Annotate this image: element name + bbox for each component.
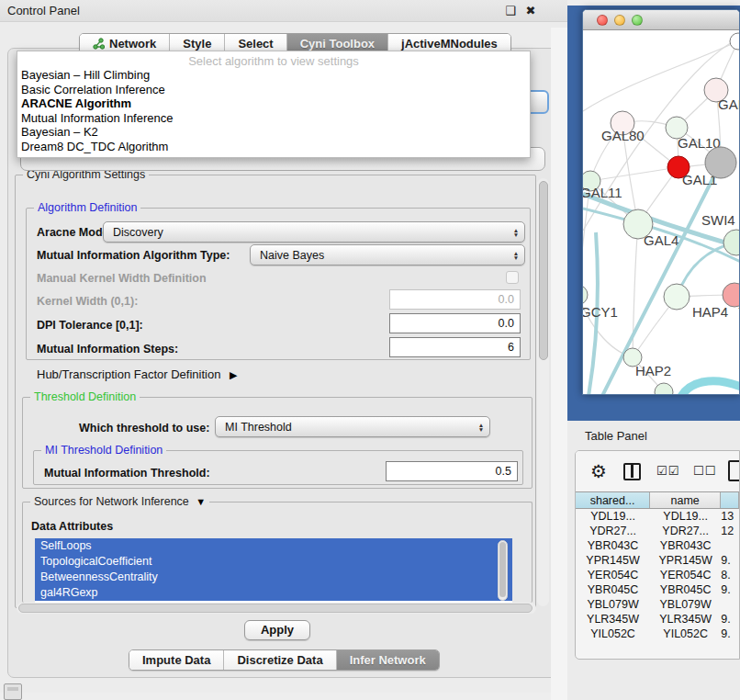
split-pane-divider[interactable] [551,28,567,700]
network-window-titlebar[interactable] [583,10,739,30]
hub-section-toggle[interactable]: Hub/Transcription Factor Definition ▶ [37,367,237,381]
algorithm-popup-placeholder: Select algorithm to view settings [17,54,530,68]
columns-icon[interactable] [623,463,641,480]
table-cell: YBL079W [576,597,650,612]
mi-steps-field[interactable]: 6 [389,337,521,357]
algorithm-popup-list: Bayesian – Hill ClimbingBasic Correlatio… [17,68,530,153]
node-label: GCY1 [583,304,618,320]
manual-kernel-label: Manual Kernel Width Definition [37,272,207,285]
algorithm-option[interactable]: Mutual Information Inference [17,111,530,126]
network-edge[interactable] [590,167,678,181]
kernel-width-field[interactable]: 0.0 [389,289,521,310]
attribute-item[interactable]: TopologicalCoefficient [35,554,512,570]
gear-icon[interactable]: ⚙ [590,460,607,482]
tab-label: Network [109,37,156,51]
mi-type-value: Naive Bayes [251,249,508,262]
minimize-traffic-light-icon[interactable] [614,15,625,26]
tab-label: Style [183,37,211,51]
select-all-checkboxes-icon[interactable]: ☑☑ [656,464,679,478]
table-row[interactable]: YBR043CYBR043C [576,538,739,553]
table-cell [721,538,739,553]
dpi-tolerance-field[interactable]: 0.0 [389,313,521,333]
table-row[interactable]: YIL052CYIL052C9. [576,627,739,641]
control-panel-titlebar [0,0,567,22]
attribute-item[interactable]: SelfLoops [35,538,512,554]
document-icon[interactable] [728,460,740,481]
close-traffic-light-icon[interactable] [597,15,608,26]
algorithm-option[interactable]: ARACNE Algorithm [17,96,530,111]
network-view-window[interactable]: GALGAL80GAL10GAL1GAL11GAL4SWI4GCY1HAP4YH… [582,9,740,395]
hub-section-label: Hub/Transcription Factor Definition [37,367,220,381]
network-node-gcy1[interactable] [583,285,588,305]
column-header[interactable] [721,492,739,508]
table-row[interactable]: YDR27...YDR27...12 [576,524,739,538]
tab-discretize-data[interactable]: Discretize Data [224,650,336,670]
network-icon [93,38,105,50]
manual-kernel-checkbox[interactable] [506,271,519,284]
threshold-definition-title: Threshold Definition [30,390,140,403]
table-row[interactable]: YER054CYER054C8. [576,568,739,582]
sources-group-toggle[interactable]: Sources for Network Inference ▼ [30,495,209,508]
mi-type-combobox[interactable]: Naive Bayes ▲▼ [250,244,525,265]
network-node[interactable] [730,33,740,50]
tab-infer-network[interactable]: Infer Network [337,650,439,670]
network-edge[interactable] [680,381,740,395]
table-cell: YLR345W [650,612,721,627]
table-cell: YER054C [576,568,650,582]
data-attributes-list[interactable]: SelfLoopsTopologicalCoefficientBetweenne… [35,538,512,603]
settings-vertical-scrollbar[interactable] [537,178,549,606]
algorithm-option[interactable]: Bayesian – K2 [17,125,530,140]
table-cell: YBR045C [576,582,650,597]
control-panel-title: Control Panel [7,4,80,17]
data-attributes-label: Data Attributes [31,520,113,533]
table-cell: 9. [721,553,739,568]
mi-threshold-field[interactable]: 0.5 [386,461,518,481]
table-row[interactable]: YBL079WYBL079W [576,597,739,612]
apply-button[interactable]: Apply [244,620,310,640]
network-canvas[interactable]: GALGAL80GAL10GAL1GAL11GAL4SWI4GCY1HAP4YH… [583,30,740,395]
tab-impute-data[interactable]: Impute Data [129,650,224,670]
table-cell: YIL052C [576,627,650,641]
deselect-all-checkboxes-icon[interactable]: ☐☐ [693,464,716,478]
tab-label: Impute Data [142,653,210,667]
algorithm-option[interactable]: Basic Correlation Inference [17,83,530,97]
which-threshold-combobox[interactable]: MI Threshold ▲▼ [215,416,490,437]
table-cell: YPR145W [576,553,650,568]
attributes-scrollbar-thumb[interactable] [499,542,506,597]
table-row[interactable]: YPR145WYPR145W9. [576,553,739,568]
float-window-icon[interactable]: ❑ [503,4,518,18]
column-header[interactable]: name [650,492,721,508]
network-node[interactable] [705,147,736,178]
table-cell [721,597,739,612]
table-row[interactable]: YLR345WYLR345W9. [576,612,739,627]
node-label: GAL [718,96,740,112]
network-node-swi4[interactable] [723,230,740,255]
bottom-tabbar: Impute DataDiscretize DataInfer Network [129,649,440,671]
column-header[interactable]: shared... [576,492,650,508]
table-cell: YPR145W [650,553,721,568]
network-node-hap4[interactable] [664,284,690,310]
table-frame: ⚙ ☑☑ ☐☐ shared...nameYDL19...YDL19...13Y… [575,450,740,660]
stepper-arrows-icon: ▲▼ [508,251,524,260]
attribute-item[interactable]: BetweennessCentrality [35,570,512,585]
table-cell: 9. [721,582,739,597]
table-row[interactable]: YDL19...YDL19...13 [576,509,739,524]
which-threshold-label: Which threshold to use: [79,422,209,435]
aracne-mode-combobox[interactable]: Discovery ▲▼ [103,221,525,243]
settings-vertical-scrollbar-thumb[interactable] [539,181,548,360]
attribute-item[interactable]: gal4RGexp [35,585,512,601]
control-panel: Control Panel ❑ ✖ NetworkStyleSelectCyni… [0,0,567,693]
kernel-width-label: Kernel Width (0,1): [37,295,138,308]
algorithm-option[interactable]: Dream8 DC_TDC Algorithm [17,140,530,154]
settings-horizontal-scrollbar-thumb[interactable] [18,604,533,613]
algorithm-option[interactable]: Bayesian – Hill Climbing [17,68,530,83]
attributes-scrollbar[interactable] [498,540,508,601]
table-row[interactable]: YBR045CYBR045C9. [576,582,739,597]
tab-label: jActiveMNodules [401,37,498,51]
table-cell: YBR043C [576,538,650,553]
close-icon[interactable]: ✖ [523,4,538,18]
zoom-traffic-light-icon[interactable] [632,15,643,26]
dock-panel-icon[interactable] [4,683,22,700]
settings-horizontal-scrollbar[interactable] [17,603,536,614]
tab-label: Cyni Toolbox [300,37,375,51]
